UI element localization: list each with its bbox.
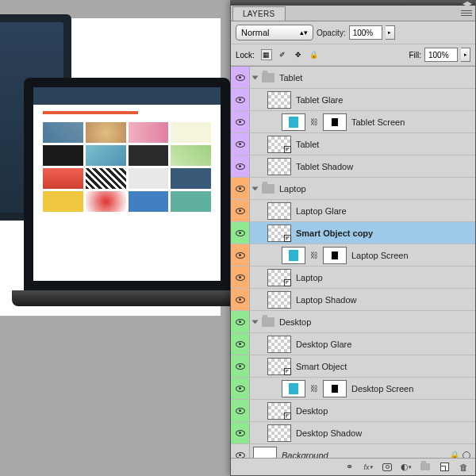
layer-row[interactable]: Tablet Shadow: [231, 155, 475, 178]
layer-name[interactable]: Desktop: [279, 317, 311, 327]
visibility-eye-icon[interactable]: [236, 119, 245, 125]
mask-thumb[interactable]: [323, 380, 347, 397]
layer-thumb[interactable]: [267, 158, 291, 175]
layer-row[interactable]: Smart Object: [231, 355, 475, 378]
visibility-eye-icon[interactable]: [236, 386, 245, 392]
disclosure-triangle-icon[interactable]: [252, 75, 259, 79]
layer-thumb[interactable]: [282, 380, 305, 397]
mask-thumb[interactable]: [323, 247, 347, 264]
layer-name[interactable]: Desktop Glare: [296, 340, 351, 349]
layer-row[interactable]: ⛓ Desktop Screen: [231, 378, 475, 400]
layer-name[interactable]: Laptop: [296, 273, 323, 282]
layer-name[interactable]: Desktop Screen: [351, 384, 413, 393]
visibility-eye-icon[interactable]: [236, 186, 245, 192]
visibility-eye-icon[interactable]: [236, 341, 245, 347]
blend-mode-value: Normal: [241, 28, 269, 37]
layer-name[interactable]: Smart Object copy: [296, 228, 373, 238]
layer-row[interactable]: ⛓ Tablet Screen: [231, 111, 475, 133]
fill-input[interactable]: 100%: [424, 48, 458, 62]
link-icon[interactable]: ⛓: [310, 383, 318, 394]
layer-name[interactable]: Laptop Screen: [351, 251, 409, 260]
layer-thumb[interactable]: [282, 113, 305, 131]
add-mask-icon[interactable]: [382, 462, 393, 473]
visibility-eye-icon[interactable]: [236, 163, 245, 170]
visibility-eye-icon[interactable]: [236, 408, 245, 414]
layer-thumb[interactable]: [267, 358, 291, 375]
layer-row[interactable]: Desktop Glare: [231, 333, 475, 355]
layer-name[interactable]: Smart Object: [296, 362, 347, 371]
layer-name[interactable]: Tablet: [296, 140, 319, 149]
fx-icon[interactable]: fx▾: [363, 462, 374, 473]
layer-name[interactable]: Tablet Shadow: [296, 162, 353, 171]
visibility-eye-icon[interactable]: [236, 274, 245, 281]
visibility-eye-icon[interactable]: [236, 97, 245, 103]
layer-row[interactable]: Desktop: [231, 400, 475, 422]
link-icon[interactable]: ⛓: [310, 250, 318, 261]
layer-thumb[interactable]: [267, 291, 291, 309]
mask-thumb[interactable]: [323, 113, 347, 131]
visibility-eye-icon[interactable]: [236, 208, 245, 214]
visibility-eye-icon[interactable]: [236, 297, 245, 303]
layer-name[interactable]: Desktop Shadow: [296, 428, 362, 438]
panel-menu-icon[interactable]: [461, 9, 472, 18]
visibility-eye-icon[interactable]: [236, 430, 245, 436]
lock-all-icon[interactable]: 🔒: [309, 49, 320, 60]
layer-group-row[interactable]: Tablet: [231, 67, 475, 89]
tab-layers[interactable]: LAYERS: [232, 6, 286, 21]
adjustment-layer-icon[interactable]: ◐▾: [401, 462, 412, 473]
layer-thumb[interactable]: [267, 202, 291, 220]
layer-name[interactable]: Tablet Screen: [351, 117, 405, 127]
layer-name[interactable]: Laptop Glare: [296, 206, 347, 216]
layer-name[interactable]: Desktop: [296, 406, 328, 416]
visibility-eye-icon[interactable]: [236, 363, 245, 370]
layer-name[interactable]: Laptop Shadow: [296, 295, 356, 305]
layer-row[interactable]: Laptop Shadow: [231, 289, 475, 311]
visibility-eye-icon[interactable]: [236, 319, 245, 325]
layer-row[interactable]: Laptop Glare: [231, 200, 475, 222]
background-layer-row[interactable]: Background 🔒: [231, 444, 475, 458]
layer-group-row[interactable]: Laptop: [231, 178, 475, 200]
corner-badge-icon: [284, 279, 291, 286]
layer-thumb[interactable]: [267, 225, 291, 242]
layer-thumb[interactable]: [267, 91, 291, 109]
lock-position-icon[interactable]: ✥: [293, 49, 304, 60]
visibility-eye-icon[interactable]: [236, 75, 245, 81]
layer-thumb[interactable]: [267, 402, 291, 420]
lock-transparency-icon[interactable]: ▦: [261, 49, 272, 60]
layer-thumb[interactable]: [267, 424, 291, 442]
new-group-icon[interactable]: [420, 462, 431, 473]
visibility-eye-icon[interactable]: [236, 452, 245, 459]
blend-mode-select[interactable]: Normal ▴▾: [236, 25, 313, 40]
layer-row[interactable]: Laptop: [231, 267, 475, 289]
visibility-eye-icon[interactable]: [236, 252, 245, 259]
layer-name[interactable]: Laptop: [279, 184, 306, 194]
link-icon[interactable]: ⛓: [310, 117, 318, 128]
delete-layer-icon[interactable]: 🗑: [458, 462, 469, 473]
layer-row[interactable]: Tablet: [231, 133, 475, 155]
layer-name[interactable]: Tablet: [279, 73, 302, 83]
visibility-eye-icon[interactable]: [236, 230, 245, 236]
layer-thumb[interactable]: [253, 447, 277, 459]
opacity-input[interactable]: 100%: [349, 25, 382, 40]
fill-flyout-icon[interactable]: ▸: [461, 48, 470, 62]
layer-row[interactable]: ⛓ Laptop Screen: [231, 244, 475, 267]
opacity-flyout-icon[interactable]: ▸: [386, 25, 395, 40]
dropdown-arrow-icon: ▴▾: [300, 29, 308, 36]
layer-group-row[interactable]: Desktop: [231, 311, 475, 333]
layer-thumb[interactable]: [267, 336, 291, 353]
layer-row[interactable]: Desktop Shadow: [231, 422, 475, 444]
layer-thumb[interactable]: [282, 247, 305, 264]
layer-thumb[interactable]: [267, 136, 291, 153]
visibility-eye-icon[interactable]: [236, 141, 245, 148]
disclosure-triangle-icon[interactable]: [252, 320, 259, 324]
disclosure-triangle-icon[interactable]: [252, 186, 259, 190]
layer-row[interactable]: Smart Object copy: [231, 222, 475, 244]
new-layer-icon[interactable]: [439, 462, 450, 473]
layer-name[interactable]: Background: [282, 451, 328, 459]
link-layers-icon[interactable]: ⚭: [344, 462, 355, 473]
layer-thumb[interactable]: [267, 269, 291, 286]
lock-pixels-icon[interactable]: ✐: [277, 49, 288, 60]
layer-name[interactable]: Tablet Glare: [296, 95, 343, 105]
layer-row[interactable]: Tablet Glare: [231, 89, 475, 111]
lock-icon[interactable]: 🔒: [450, 451, 459, 458]
